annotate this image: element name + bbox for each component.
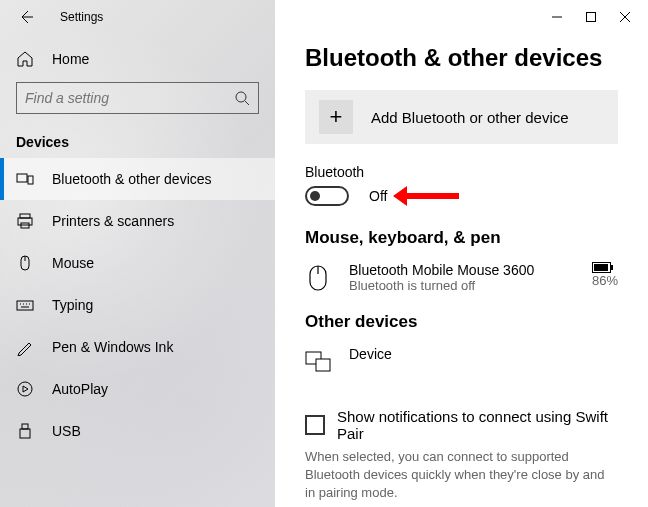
svg-rect-3 — [20, 214, 30, 218]
add-device-label: Add Bluetooth or other device — [371, 109, 569, 126]
home-icon — [16, 50, 34, 68]
device-status: Bluetooth is turned off — [349, 278, 574, 293]
keyboard-icon — [16, 296, 34, 314]
add-device-button[interactable]: + Add Bluetooth or other device — [305, 90, 618, 144]
home-label: Home — [52, 51, 89, 67]
bluetooth-status: Off — [369, 188, 387, 204]
svg-rect-10 — [20, 429, 30, 438]
device-row-mouse[interactable]: Bluetooth Mobile Mouse 3600 Bluetooth is… — [305, 258, 618, 312]
battery-percent: 86% — [592, 273, 618, 288]
sidebar-item-label: Bluetooth & other devices — [52, 171, 212, 187]
swift-pair-help: When selected, you can connect to suppor… — [305, 448, 618, 503]
search-input[interactable] — [25, 90, 234, 106]
printer-icon — [16, 212, 34, 230]
mouse-icon — [16, 254, 34, 272]
app-title: Settings — [60, 10, 103, 24]
nav-group-header: Devices — [0, 114, 275, 158]
search-icon — [234, 90, 250, 106]
swift-pair-checkbox[interactable] — [305, 415, 325, 435]
device-row-other[interactable]: Device — [305, 342, 618, 396]
svg-rect-14 — [594, 264, 608, 271]
svg-point-0 — [236, 92, 246, 102]
svg-rect-4 — [18, 218, 32, 225]
page-title: Bluetooth & other devices — [305, 44, 618, 72]
sidebar-item-usb[interactable]: USB — [0, 410, 275, 452]
bluetooth-label: Bluetooth — [305, 164, 618, 180]
svg-rect-7 — [17, 301, 33, 310]
device-name: Device — [349, 346, 618, 362]
svg-rect-15 — [611, 265, 613, 270]
section-other-heading: Other devices — [305, 312, 618, 332]
sidebar-item-mouse[interactable]: Mouse — [0, 242, 275, 284]
back-button[interactable] — [16, 7, 36, 27]
device-name: Bluetooth Mobile Mouse 3600 — [349, 262, 574, 278]
svg-rect-2 — [28, 176, 33, 184]
search-box[interactable] — [16, 82, 259, 114]
minimize-button[interactable] — [540, 3, 574, 31]
main-panel: Bluetooth & other devices + Add Bluetoot… — [275, 0, 648, 507]
titlebar-right — [275, 0, 648, 34]
autoplay-icon — [16, 380, 34, 398]
svg-rect-17 — [316, 359, 330, 371]
svg-point-8 — [18, 382, 32, 396]
devices-icon — [16, 170, 34, 188]
bluetooth-toggle[interactable] — [305, 186, 349, 206]
annotation-arrow — [407, 193, 459, 199]
nav-home[interactable]: Home — [0, 40, 275, 78]
svg-rect-11 — [587, 13, 596, 22]
pen-icon — [16, 338, 34, 356]
sidebar-item-label: Pen & Windows Ink — [52, 339, 173, 355]
generic-device-icon — [305, 346, 331, 378]
sidebar-item-label: USB — [52, 423, 81, 439]
sidebar-item-label: Typing — [52, 297, 93, 313]
sidebar-item-label: Printers & scanners — [52, 213, 174, 229]
sidebar-item-printers[interactable]: Printers & scanners — [0, 200, 275, 242]
section-mouse-heading: Mouse, keyboard, & pen — [305, 228, 618, 248]
close-button[interactable] — [608, 3, 642, 31]
sidebar-item-label: AutoPlay — [52, 381, 108, 397]
svg-rect-1 — [17, 174, 27, 182]
plus-icon: + — [319, 100, 353, 134]
battery-indicator: 86% — [592, 262, 618, 288]
sidebar-item-bluetooth[interactable]: Bluetooth & other devices — [0, 158, 275, 200]
swift-pair-label: Show notifications to connect using Swif… — [337, 408, 618, 442]
usb-icon — [16, 422, 34, 440]
battery-icon — [592, 262, 618, 273]
mouse-device-icon — [305, 262, 331, 294]
svg-rect-9 — [22, 424, 28, 429]
sidebar-item-autoplay[interactable]: AutoPlay — [0, 368, 275, 410]
titlebar-left: Settings — [0, 0, 275, 34]
sidebar: Settings Home Devices Bluetooth & other … — [0, 0, 275, 507]
sidebar-item-label: Mouse — [52, 255, 94, 271]
swift-pair-checkbox-row[interactable]: Show notifications to connect using Swif… — [305, 408, 618, 442]
sidebar-item-typing[interactable]: Typing — [0, 284, 275, 326]
maximize-button[interactable] — [574, 3, 608, 31]
sidebar-item-pen[interactable]: Pen & Windows Ink — [0, 326, 275, 368]
